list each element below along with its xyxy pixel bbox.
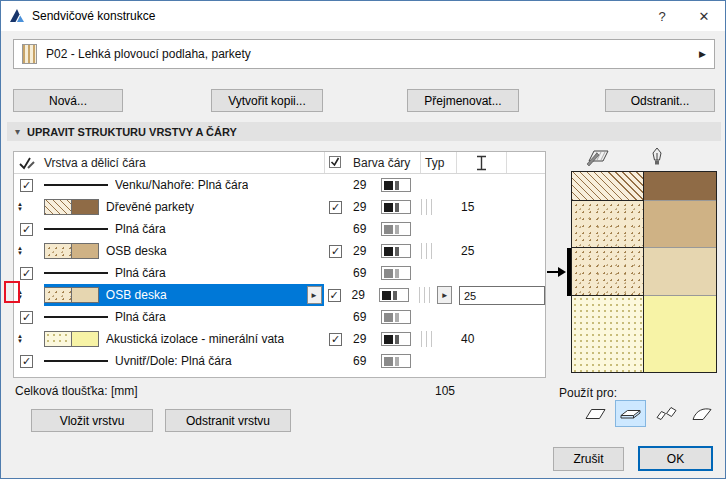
pen-color-swatch[interactable] [379, 288, 409, 302]
separator-checkbox[interactable]: ✓ [20, 311, 33, 324]
cut-fill-swatch[interactable] [44, 199, 72, 215]
layer-visibility-checkbox[interactable]: ✓ [328, 289, 341, 302]
header-checkbox-icon [325, 152, 351, 173]
pen-color-swatch[interactable] [381, 310, 411, 324]
surface-swatch[interactable] [71, 287, 99, 303]
total-thickness-label: Celková tloušťka: [mm] [15, 384, 138, 398]
preview-layer [572, 201, 716, 249]
type-expand-button[interactable]: ► [437, 286, 452, 304]
layer-visibility-checkbox[interactable]: ✓ [329, 333, 342, 346]
separator-name: Uvnitř/Dole: Plná čára [115, 354, 232, 368]
pen-color-swatch[interactable] [381, 200, 411, 214]
collapse-arrow-icon: ▾ [15, 126, 20, 137]
surface-swatch[interactable] [71, 331, 99, 347]
preview-cut-fill [572, 296, 644, 372]
cut-fill-swatch[interactable] [44, 243, 72, 259]
pen-color-swatch[interactable] [381, 178, 411, 192]
title-bar: Sendvičové konstrukce ? ✕ [1, 1, 725, 31]
separator-name: Venku/Nahoře: Plná čára [115, 178, 248, 192]
pen-color-swatch[interactable] [381, 222, 411, 236]
layer-row[interactable]: ▲▼Dřevěné parkety✓2915 [14, 196, 545, 218]
use-with-slab-icon[interactable] [615, 400, 646, 427]
layer-table-body: ✓Venku/Nahoře: Plná čára29▲▼Dřevěné park… [14, 174, 545, 372]
delete-button[interactable]: Odstranit... [605, 89, 715, 112]
ok-button[interactable]: OK [638, 446, 713, 471]
rename-button[interactable]: Přejmenovat... [407, 89, 519, 112]
separator-row[interactable]: ✓Uvnitř/Dole: Plná čára69 [14, 350, 545, 372]
preview-cut-fill [572, 201, 644, 249]
separator-row[interactable]: ✓Plná čára69 [14, 218, 545, 240]
separator-line [44, 316, 108, 318]
section-title: UPRAVIT STRUKTURU VRSTVY A ČÁRY [27, 126, 237, 138]
pen-number: 69 [351, 262, 381, 284]
separator-checkbox[interactable]: ✓ [20, 355, 33, 368]
preview-layer [572, 172, 716, 201]
use-with-roof-icon[interactable] [651, 400, 682, 427]
composite-selector-value: P02 - Lehká plovoucí podlaha, parkety [46, 47, 251, 61]
separator-line [44, 272, 108, 274]
insert-layer-button[interactable]: Vložit vrstvu [31, 409, 153, 432]
preview-surface [644, 172, 716, 201]
thickness-input[interactable]: 25 [459, 286, 545, 305]
pen-number: 69 [351, 218, 381, 240]
separator-checkbox[interactable]: ✓ [20, 223, 33, 236]
selector-arrow-icon[interactable]: ▶ [699, 49, 706, 59]
selected-layer-arrow [547, 266, 567, 281]
use-with-shell-icon[interactable] [686, 400, 717, 427]
layer-row[interactable]: ▲▼OSB deska►✓29►25 [14, 284, 545, 306]
new-button[interactable]: Nová... [13, 89, 123, 112]
total-thickness-value: 105 [435, 384, 455, 398]
layer-visibility-checkbox[interactable]: ✓ [329, 201, 342, 214]
preview-surface [644, 201, 716, 249]
layer-row[interactable]: ▲▼OSB deska✓2925 [14, 240, 545, 262]
separator-name: Plná čára [115, 266, 166, 280]
check-pen-icon [14, 152, 44, 173]
close-button[interactable]: ✕ [683, 1, 725, 31]
separator-type-preview [419, 287, 433, 303]
remove-layer-button[interactable]: Odstranit vrstvu [165, 409, 291, 432]
layer-row[interactable]: ▲▼Akustická izolace - minerální vata✓294… [14, 328, 545, 350]
use-with-label: Použít pro: [559, 386, 617, 400]
pen-color-swatch[interactable] [381, 266, 411, 280]
preview-cut-fill [572, 248, 644, 296]
drag-handle[interactable]: ▲▼ [17, 334, 23, 344]
cancel-button[interactable]: Zrušit [553, 447, 624, 471]
pen-number: 69 [351, 306, 381, 328]
use-with-wall-icon[interactable] [580, 400, 611, 427]
column-pen-label: Barva čáry [351, 152, 421, 173]
pen-color-swatch[interactable] [381, 332, 411, 346]
pen-color-swatch[interactable] [381, 244, 411, 258]
separator-name: Plná čára [115, 310, 166, 324]
table-header: Vrstva a dělicí čára Barva čáry Typ [14, 152, 545, 174]
help-button[interactable]: ? [641, 1, 683, 31]
separator-checkbox[interactable]: ✓ [20, 179, 33, 192]
separator-checkbox[interactable]: ✓ [20, 267, 33, 280]
separator-row[interactable]: ✓Plná čára69 [14, 306, 545, 328]
cut-fill-swatch[interactable] [44, 287, 72, 303]
separator-type-preview [421, 199, 435, 215]
layer-visibility-checkbox[interactable]: ✓ [329, 245, 342, 258]
column-type-label: Typ [421, 152, 457, 173]
thickness-icon [457, 152, 507, 173]
cut-fill-pen-icon[interactable] [585, 148, 611, 169]
separator-row[interactable]: ✓Plná čára69 [14, 262, 545, 284]
composite-preview [571, 171, 717, 373]
edit-structure-section-toggle[interactable]: ▾ UPRAVIT STRUKTURU VRSTVY A ČÁRY [7, 122, 721, 141]
drag-handle[interactable]: ▲▼ [17, 246, 23, 256]
preview-cut-fill [572, 172, 644, 201]
selected-layer-marker [567, 248, 571, 296]
cut-fill-swatch[interactable] [44, 331, 72, 347]
surface-pen-icon[interactable] [651, 147, 663, 169]
drag-handle[interactable]: ▲▼ [17, 202, 23, 212]
layer-name: Akustická izolace - minerální vata [106, 332, 284, 346]
pen-color-swatch[interactable] [381, 354, 411, 368]
expand-button[interactable]: ► [307, 286, 322, 304]
separator-row[interactable]: ✓Venku/Nahoře: Plná čára29 [14, 174, 545, 196]
composite-selector[interactable]: P02 - Lehká plovoucí podlaha, parkety ▶ [13, 39, 715, 69]
separator-line [44, 228, 108, 230]
duplicate-button[interactable]: Vytvořit kopii... [211, 89, 323, 112]
surface-swatch[interactable] [71, 243, 99, 259]
surface-swatch[interactable] [71, 199, 99, 215]
pen-number: 29 [349, 284, 379, 306]
thickness-value: 15 [461, 200, 474, 214]
